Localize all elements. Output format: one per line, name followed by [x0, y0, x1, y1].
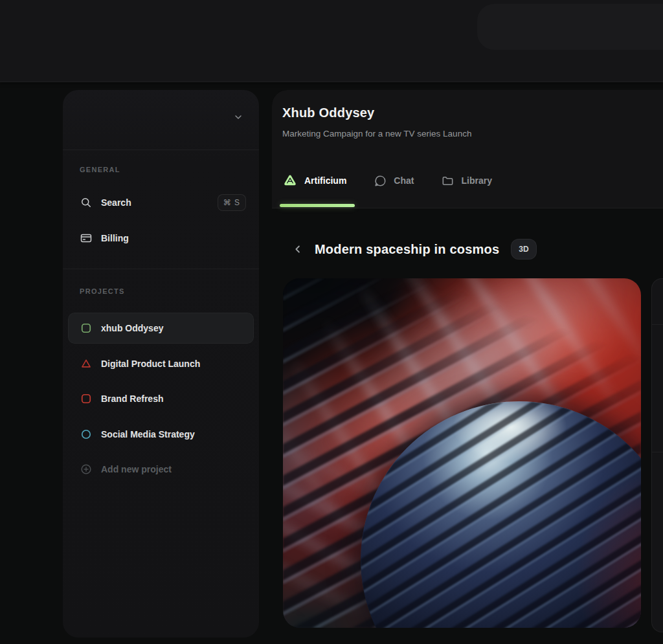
chevron-down-icon [233, 112, 243, 122]
tab-chat[interactable]: Chat [374, 174, 414, 188]
sidebar-item-billing[interactable]: Billing [68, 223, 254, 254]
header-divider [272, 208, 663, 208]
sidebar-item-label: Brand Refresh [101, 394, 163, 404]
sidebar-item-search[interactable]: Search ⌘ S [68, 187, 254, 218]
sidebar-item-label: Search [101, 197, 131, 208]
tab-label: Library [461, 175, 491, 186]
tab-library[interactable]: Library [441, 174, 491, 188]
chat-bubble-icon [374, 174, 387, 188]
tab-bar: Artificium Chat Library [282, 166, 492, 195]
generation-title: Modern spaceship in cosmos [315, 242, 499, 257]
sidebar-section-general: GENERAL [80, 166, 120, 173]
library-folder-icon [441, 174, 455, 188]
sidebar-project-brand-refresh[interactable]: Brand Refresh [68, 383, 254, 414]
project-square-icon [80, 322, 93, 335]
project-header: Xhub Oddysey Marketing Campaign for a ne… [272, 90, 663, 208]
active-tab-indicator [280, 204, 355, 207]
project-square-icon [80, 392, 93, 405]
sidebar-item-label: Social Media Strategy [101, 429, 195, 439]
panel-divider [652, 452, 663, 452]
sidebar-divider [63, 269, 259, 269]
sidebar-section-projects: PROJECTS [80, 287, 125, 295]
generation-titlebar: Modern spaceship in cosmos 3D [290, 238, 537, 261]
search-icon [80, 196, 93, 209]
next-panel-partial[interactable] [651, 278, 663, 632]
sidebar-item-label: Digital Product Launch [101, 359, 200, 369]
main-panel: Xhub Oddysey Marketing Campaign for a ne… [272, 90, 663, 644]
sidebar: GENERAL Search ⌘ S Billing PROJECTS xhub… [63, 90, 259, 638]
artwork-vignette [283, 278, 641, 628]
artificium-logo-icon [282, 173, 298, 188]
project-circle-icon [80, 428, 93, 441]
billing-card-icon [80, 232, 93, 245]
sidebar-item-label: xhub Oddysey [101, 323, 163, 333]
sidebar-project-social-media-strategy[interactable]: Social Media Strategy [68, 419, 254, 450]
sidebar-project-digital-product-launch[interactable]: Digital Product Launch [68, 348, 254, 379]
sidebar-item-label: Billing [101, 233, 129, 243]
tab-label: Chat [394, 175, 414, 186]
sidebar-project-xhub-oddysey[interactable]: xhub Oddysey [68, 313, 254, 344]
project-subtitle: Marketing Campaign for a new TV series L… [282, 129, 471, 139]
workspace-collapse-button[interactable] [230, 109, 246, 125]
tab-label: Artificium [304, 175, 346, 186]
search-shortcut-badge: ⌘ S [218, 194, 246, 211]
tab-artificium[interactable]: Artificium [282, 173, 346, 188]
panel-divider [652, 324, 663, 325]
back-button[interactable] [290, 241, 306, 257]
top-right-window-shape [477, 4, 663, 50]
plus-circle-icon [80, 463, 93, 476]
3d-badge: 3D [511, 239, 536, 260]
sidebar-divider [63, 150, 259, 150]
add-new-project-button[interactable]: Add new project [68, 454, 254, 485]
project-title: Xhub Oddysey [282, 105, 374, 120]
sidebar-item-label: Add new project [101, 464, 172, 474]
project-triangle-icon [80, 357, 93, 370]
chevron-left-icon [292, 243, 304, 255]
top-banner [0, 0, 663, 82]
generated-image-card[interactable] [283, 278, 641, 628]
